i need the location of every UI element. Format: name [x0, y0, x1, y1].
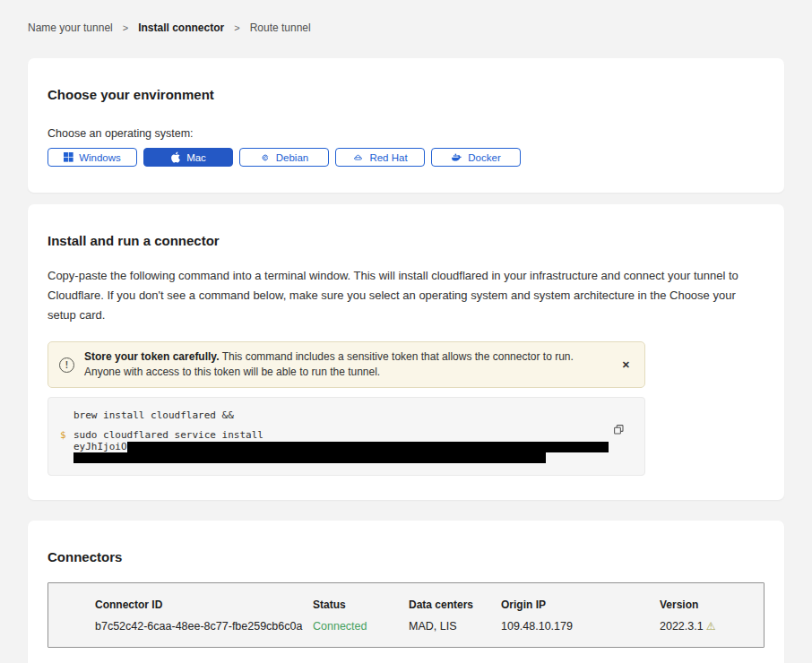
- code-line-command: sudo cloudflared service install: [73, 429, 644, 441]
- table-row: b7c52c42-6caa-48ee-8c77-fbe259cb6c0a Con…: [95, 620, 764, 633]
- breadcrumb-step-route-tunnel[interactable]: Route tunnel: [250, 22, 311, 34]
- table-header-row: Connector ID Status Data centers Origin …: [95, 598, 764, 611]
- cell-connector-id: b7c52c42-6caa-48ee-8c77-fbe259cb6c0a: [95, 620, 313, 633]
- docker-icon: [451, 151, 462, 163]
- os-button-debian[interactable]: Debian: [239, 148, 329, 167]
- cell-data-centers: MAD, LIS: [409, 620, 501, 633]
- os-button-redhat[interactable]: Red Hat: [335, 148, 425, 167]
- version-warning-icon: ⚠: [706, 620, 716, 633]
- header-data-centers: Data centers: [409, 598, 501, 611]
- breadcrumb-separator: >: [123, 22, 128, 33]
- debian-icon: [260, 152, 271, 163]
- token-prefix: eyJhIjoiO: [73, 441, 127, 452]
- cell-status: Connected: [313, 620, 409, 633]
- install-card: Install and run a connector Copy-paste t…: [28, 204, 784, 500]
- redacted-token-bar-2: [73, 452, 546, 463]
- close-icon[interactable]: ✕: [618, 357, 634, 373]
- install-description: Copy-paste the following command into a …: [48, 266, 760, 325]
- token-warning-banner: ! Store your token carefully. This comma…: [48, 341, 645, 388]
- warning-title: Store your token carefully.: [84, 350, 220, 363]
- apple-icon: [170, 151, 181, 163]
- os-button-windows[interactable]: Windows: [48, 148, 137, 167]
- copy-icon[interactable]: [612, 423, 626, 436]
- os-button-label: Mac: [186, 152, 206, 163]
- environment-card: Choose your environment Choose an operat…: [28, 58, 784, 193]
- header-status: Status: [313, 598, 409, 611]
- token-line: eyJhIjoiO: [73, 442, 644, 452]
- header-version: Version: [660, 598, 764, 611]
- cell-version: 2022.3.1⚠: [660, 620, 764, 633]
- redacted-token-bar: [127, 442, 609, 452]
- cell-origin-ip: 109.48.10.179: [501, 620, 660, 633]
- windows-icon: [64, 152, 73, 162]
- connectors-card: Connectors Connector ID Status Data cent…: [28, 521, 784, 663]
- os-button-label: Windows: [79, 152, 121, 163]
- breadcrumb-separator: >: [234, 22, 239, 33]
- breadcrumb-step-install-connector[interactable]: Install connector: [138, 22, 224, 34]
- command-code-block: brew install cloudflared && $ sudo cloud…: [48, 397, 645, 476]
- breadcrumb-step-name-your-tunnel[interactable]: Name your tunnel: [28, 22, 113, 34]
- os-button-label: Debian: [276, 152, 308, 163]
- page: Name your tunnel > Install connector > R…: [0, 0, 812, 663]
- redhat-icon: [352, 151, 364, 163]
- breadcrumb: Name your tunnel > Install connector > R…: [28, 0, 784, 34]
- connectors-card-title: Connectors: [48, 549, 764, 564]
- install-card-title: Install and run a connector: [48, 233, 764, 248]
- os-button-docker[interactable]: Docker: [431, 148, 521, 167]
- header-connector-id: Connector ID: [95, 598, 313, 611]
- version-value: 2022.3.1: [660, 620, 704, 633]
- os-button-group: Windows Mac Debian Red Hat: [48, 148, 764, 167]
- alert-circle-icon: !: [59, 357, 74, 373]
- shell-prompt: $: [48, 429, 73, 464]
- warning-text: Store your token carefully. This command…: [84, 349, 603, 380]
- environment-card-title: Choose your environment: [48, 87, 764, 102]
- os-button-mac[interactable]: Mac: [143, 148, 233, 167]
- header-origin-ip: Origin IP: [501, 598, 660, 611]
- connectors-table: Connector ID Status Data centers Origin …: [48, 582, 764, 648]
- code-line-brew: brew install cloudflared &&: [48, 409, 644, 421]
- os-button-label: Red Hat: [369, 152, 407, 163]
- os-select-label: Choose an operating system:: [48, 127, 764, 140]
- os-button-label: Docker: [468, 152, 500, 163]
